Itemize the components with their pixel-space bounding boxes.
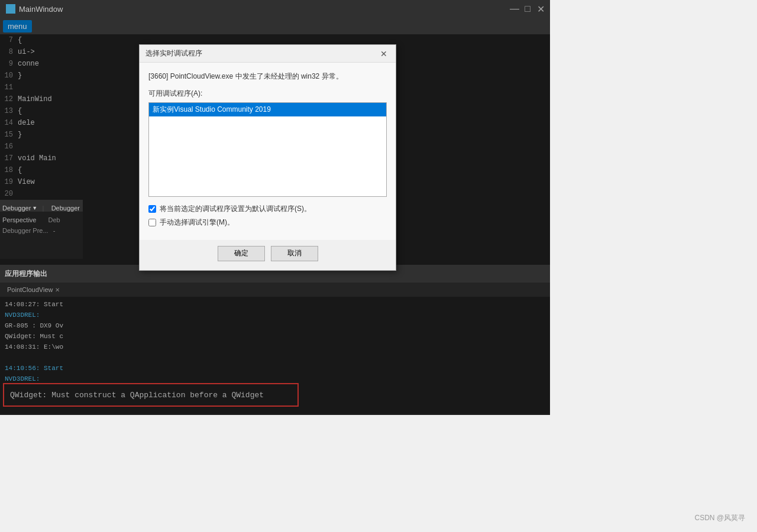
checkbox-manual-label: 手动选择调试引擎(M)。 (160, 218, 234, 228)
ide-icon (6, 4, 15, 14)
modal-title: 选择实时调试程序 (145, 48, 378, 59)
modal-close-button[interactable]: ✕ (378, 48, 390, 60)
minimize-button[interactable]: — (511, 5, 518, 12)
code-line: 12 MainWind (0, 93, 83, 105)
ide-controls: — □ ✕ (511, 5, 544, 12)
code-line: 17 void Main (0, 153, 83, 164)
debugger-pre-sub: - (53, 227, 56, 234)
perspective-label: Perspective (2, 216, 36, 223)
app-output-title: 应用程序输出 (5, 269, 47, 279)
code-line: 14 dele (0, 117, 83, 129)
deb-label: Deb (48, 216, 60, 223)
code-line: 16 (0, 141, 83, 153)
watermark: CSDN @风莫寻 (694, 513, 745, 523)
modal-listbox[interactable]: 新实例Visual Studio Community 2019 (148, 102, 387, 197)
ide-title: MainWindow (19, 5, 63, 14)
debugger-pre-label: Debugger Pre... (2, 227, 48, 234)
checkbox-set-default-row: 将当前选定的调试程序设置为默认调试程序(S)。 (148, 204, 387, 214)
checkbox-manual-row: 手动选择调试引擎(M)。 (148, 218, 387, 228)
modal-message: [3660] PointCloudView.exe 中发生了未经处理的 win3… (148, 72, 387, 82)
code-line: 20 (0, 188, 83, 200)
output-line: 14:08:31: E:\wo (5, 342, 545, 352)
output-line: 14:08:27: Start (5, 299, 545, 310)
maximize-button[interactable]: □ (524, 5, 531, 12)
ide-menu: menu (0, 18, 550, 34)
output-line: GR-805 : DX9 Ov (5, 320, 545, 331)
cancel-button[interactable]: 取消 (271, 246, 318, 261)
modal-section-title: 可用调试程序(A): (148, 89, 387, 99)
code-line: 11 (0, 82, 83, 93)
code-line: 8 ui-> (0, 46, 83, 58)
code-line: 18 { (0, 164, 83, 176)
modal-body: [3660] PointCloudView.exe 中发生了未经处理的 win3… (140, 63, 396, 240)
close-button[interactable]: ✕ (537, 5, 544, 12)
output-line: QWidget: Must c (5, 331, 545, 342)
output-tab-pointcloud[interactable]: PointCloudView ✕ (2, 285, 64, 294)
output-line: 14:10:56: Start (5, 363, 545, 374)
modal-footer: 确定 取消 (140, 240, 396, 270)
code-line: 19 View (0, 176, 83, 188)
menu-item-menu[interactable]: menu (3, 20, 32, 33)
checkbox-set-default-label: 将当前选定的调试程序设置为默认调试程序(S)。 (160, 204, 311, 214)
modal-dialog: 选择实时调试程序 ✕ [3660] PointCloudView.exe 中发生… (139, 44, 396, 271)
tab-close-icon[interactable]: ✕ (55, 287, 60, 293)
output-tabs: PointCloudView ✕ (0, 283, 550, 297)
checkbox-manual[interactable] (148, 219, 156, 226)
output-line (5, 352, 545, 363)
ok-button[interactable]: 确定 (218, 246, 265, 261)
ide-titlebar: MainWindow — □ ✕ (0, 0, 550, 18)
code-line: 15 } (0, 129, 83, 141)
code-line: 7 { (0, 34, 83, 46)
code-editor: 7 { 8 ui-> 9 conne 10 } 11 12 MainWind 1… (0, 34, 83, 200)
code-line: 10 } (0, 70, 83, 82)
checkbox-set-default[interactable] (148, 205, 156, 213)
debugger-dropdown[interactable]: Debugger ▼ (2, 205, 37, 212)
code-line: 13 { (0, 105, 83, 117)
code-line: 9 conne (0, 58, 83, 70)
modal-titlebar: 选择实时调试程序 ✕ (140, 45, 396, 63)
perspective-area: Perspective Deb Debugger Pre... - (0, 212, 83, 259)
list-item-vs2019[interactable]: 新实例Visual Studio Community 2019 (149, 103, 386, 116)
output-line: NVD3DREL: (5, 310, 545, 320)
error-box: QWidget: Must construct a QApplication b… (3, 383, 299, 407)
error-text: QWidget: Must construct a QApplication b… (10, 391, 264, 400)
